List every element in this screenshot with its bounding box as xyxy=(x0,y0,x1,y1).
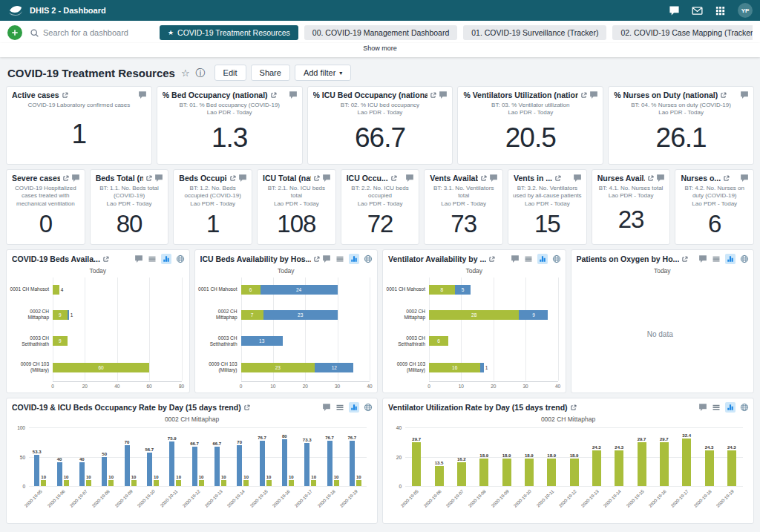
chart-view-icon[interactable] xyxy=(725,402,736,413)
comment-icon[interactable] xyxy=(573,174,582,183)
dashboard-search[interactable] xyxy=(30,28,152,38)
info-icon[interactable]: ⓘ xyxy=(196,68,206,78)
apps-icon[interactable] xyxy=(715,5,726,16)
open-in-app-icon[interactable] xyxy=(62,92,68,99)
open-in-app-icon[interactable] xyxy=(390,175,397,182)
dashboard-chip-treatment-resources[interactable]: ★COVID-19 Treatment Resources xyxy=(160,25,298,40)
comment-icon[interactable] xyxy=(656,174,665,183)
comment-icon[interactable] xyxy=(289,91,298,99)
comment-icon[interactable] xyxy=(154,174,163,183)
comment-icon[interactable] xyxy=(698,254,707,263)
open-in-app-icon[interactable] xyxy=(480,175,487,182)
kpi-description: COVID-19 Hospitalized cases treated with… xyxy=(11,185,80,208)
chip-label: COVID-19 Treatment Resources xyxy=(177,28,290,37)
comment-icon[interactable] xyxy=(138,91,147,99)
messages-icon[interactable] xyxy=(692,5,703,16)
show-more-link[interactable]: Show more xyxy=(363,45,397,52)
chart-view-icon[interactable] xyxy=(349,254,359,264)
open-in-app-icon[interactable] xyxy=(554,175,561,182)
kpi-value: 1 xyxy=(7,109,151,164)
kpi-description: BT: 04. % Nurses on duty (COVID-19) xyxy=(613,102,749,109)
add-filter-button[interactable]: Add filter▾ xyxy=(295,65,351,81)
comment-icon[interactable] xyxy=(322,403,331,412)
open-in-app-icon[interactable] xyxy=(229,175,236,182)
map-view-icon[interactable] xyxy=(364,254,373,263)
open-in-app-icon[interactable] xyxy=(488,256,495,263)
comment-icon[interactable] xyxy=(322,254,331,263)
comment-icon[interactable] xyxy=(238,174,247,183)
bar-chart-icon xyxy=(163,255,170,263)
new-dashboard-button[interactable] xyxy=(7,25,22,40)
chart-view-icon[interactable] xyxy=(725,254,736,264)
comment-icon[interactable] xyxy=(511,254,520,263)
open-in-app-icon[interactable] xyxy=(62,175,69,182)
table-view-icon[interactable] xyxy=(335,254,344,263)
map-view-icon[interactable] xyxy=(552,254,561,263)
comment-icon[interactable] xyxy=(439,91,448,99)
comment-icon[interactable] xyxy=(740,174,749,183)
comment-icon[interactable] xyxy=(489,174,498,183)
open-in-app-icon[interactable] xyxy=(313,175,320,182)
open-in-app-icon[interactable] xyxy=(720,92,727,99)
ventilator-availability-chart: 0001 CH Mahosot850002 CH Mittaphap289000… xyxy=(386,278,558,390)
dashboard-chip-case-mapping[interactable]: 02. COVID-19 Case Mapping (Tracker) xyxy=(612,25,753,40)
dashboard-chip-management[interactable]: 00. COVID-19 Management Dashboard xyxy=(304,25,457,40)
open-in-app-icon[interactable] xyxy=(647,175,654,182)
comment-icon[interactable] xyxy=(405,174,414,183)
kpi-description: BT: 02. % ICU bed occupancy xyxy=(312,102,448,109)
map-view-icon[interactable] xyxy=(740,403,749,412)
table-view-icon[interactable] xyxy=(148,254,157,263)
map-view-icon[interactable] xyxy=(176,254,185,263)
chart-period: Today xyxy=(571,264,754,275)
comment-icon[interactable] xyxy=(698,403,707,412)
comment-icon[interactable] xyxy=(134,254,143,263)
kpi-card-nurses-available: Nurses Avail... BT: 4.1. No. Nurses tota… xyxy=(592,169,671,245)
dashboard-chip-surveillance[interactable]: 01. COVID-19 Surveillance (Tracker) xyxy=(463,25,606,40)
open-in-app-icon[interactable] xyxy=(570,404,577,411)
table-view-icon[interactable] xyxy=(712,403,721,412)
open-in-app-icon[interactable] xyxy=(243,404,250,411)
kpi-card-ventilators-utilization: % Ventilators Utilization (national) BT:… xyxy=(457,86,603,165)
card-title: Beds Total (n... xyxy=(96,174,144,183)
open-in-app-icon[interactable] xyxy=(270,92,277,99)
table-view-icon[interactable] xyxy=(712,254,721,263)
chart-view-icon[interactable] xyxy=(537,254,548,264)
dashboard-search-input[interactable] xyxy=(43,28,143,37)
map-view-icon[interactable] xyxy=(364,403,373,412)
map-view-icon[interactable] xyxy=(740,254,749,263)
dashboards-bar: ★COVID-19 Treatment Resources 00. COVID-… xyxy=(0,21,760,43)
open-in-app-icon[interactable] xyxy=(102,256,109,263)
kpi-value: 80 xyxy=(91,208,168,244)
chart-view-icon[interactable] xyxy=(349,402,359,413)
dashboard-grid: Active cases COVID-19 Laboratory confirm… xyxy=(0,86,760,530)
comment-icon[interactable] xyxy=(589,91,598,99)
kpi-description: BT: 4.2. No. Nurses on duty (COVID-19) xyxy=(680,185,749,200)
card-title: Vents in ... xyxy=(514,174,552,183)
comment-icon[interactable] xyxy=(322,174,331,183)
chart-view-icon[interactable] xyxy=(161,254,171,264)
dhis2-logo-icon[interactable] xyxy=(7,5,24,16)
share-button[interactable]: Share xyxy=(251,65,290,81)
chart-org-unit: 0002 CH Mittaphap xyxy=(383,413,753,423)
interpretations-icon[interactable] xyxy=(669,5,680,16)
open-in-app-icon[interactable] xyxy=(430,92,436,99)
card-title: COVID-19 Beds Availa... xyxy=(12,254,100,263)
bar-chart-icon xyxy=(350,404,358,411)
table-view-icon[interactable] xyxy=(335,403,344,412)
open-in-app-icon[interactable] xyxy=(681,256,688,263)
open-in-app-icon[interactable] xyxy=(723,175,730,182)
card-title: Active cases xyxy=(12,91,59,99)
comment-icon[interactable] xyxy=(740,91,749,99)
user-avatar[interactable]: YP xyxy=(738,3,753,18)
open-in-app-icon[interactable] xyxy=(313,256,320,263)
comment-icon[interactable] xyxy=(71,174,80,183)
edit-button[interactable]: Edit xyxy=(214,65,246,81)
page-title: COVID-19 Treatment Resources xyxy=(7,67,175,79)
star-dashboard-icon[interactable]: ☆ xyxy=(181,68,190,78)
kpi-period: Lao PDR - Today xyxy=(680,200,749,208)
kpi-value: 0 xyxy=(7,208,85,244)
chart-period: Today xyxy=(7,264,189,275)
open-in-app-icon[interactable] xyxy=(580,92,587,99)
open-in-app-icon[interactable] xyxy=(145,175,152,182)
table-view-icon[interactable] xyxy=(524,254,533,263)
